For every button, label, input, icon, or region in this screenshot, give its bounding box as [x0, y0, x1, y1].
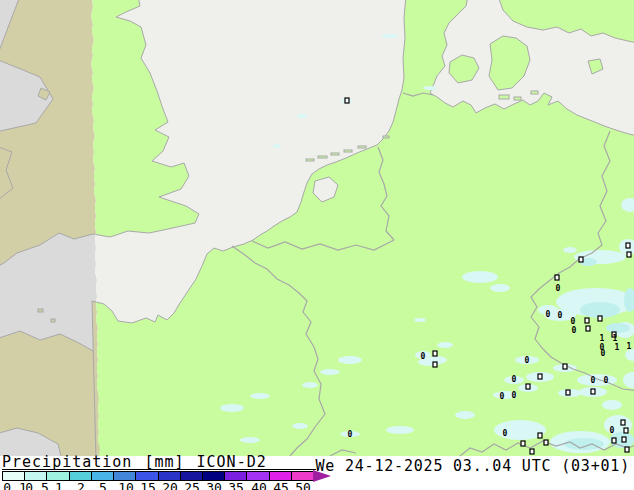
precip-patch	[273, 144, 281, 148]
legend-model-label: ICON-D2	[197, 456, 267, 469]
colorbar-tick-label: 35	[228, 480, 244, 490]
colorbar-tick-label: 0.5	[25, 480, 48, 490]
colorbar-cell	[135, 472, 157, 480]
colorbar-tick-label: 0.1	[3, 480, 26, 490]
legend-unit-label: [mm]	[144, 456, 184, 469]
precip-value-symbol: 0	[591, 376, 596, 385]
precip-value-symbol: 1	[613, 334, 618, 343]
colorbar-tick-label: 45	[273, 480, 289, 490]
precip-value-symbol: 1	[600, 334, 605, 343]
precip-patch	[414, 318, 426, 322]
colorbar-cell	[91, 472, 113, 480]
precip-square-symbol	[621, 420, 625, 425]
precip-patch	[490, 284, 510, 292]
precip-value-symbol: 0	[610, 426, 615, 435]
precip-value-symbol: 0	[512, 375, 517, 384]
precip-patch	[602, 400, 622, 410]
precip-value-symbol: 0	[512, 391, 517, 400]
precip-square-symbol	[626, 243, 630, 248]
colorbar-cell	[202, 472, 224, 480]
colorbar-tick-label: 10	[118, 480, 134, 490]
precip-value-symbol: 1	[627, 342, 632, 351]
precip-square-symbol	[612, 438, 616, 443]
weather-map-screen: 000001110100000000000 Precipitation [mm]…	[0, 0, 634, 490]
colorbar-tick-label: 20	[162, 480, 178, 490]
precip-square-symbol	[625, 447, 629, 452]
precip-patch	[302, 382, 318, 388]
colorbar-cell	[69, 472, 91, 480]
precip-square-symbol	[538, 374, 542, 379]
precip-value-symbol: 0	[556, 284, 561, 293]
precip-patch	[564, 438, 604, 450]
colorbar-cell	[291, 472, 313, 480]
colorbar-cell	[46, 472, 68, 480]
colorbar-tick-labels: 0.10.5125101520253035404550	[2, 480, 322, 490]
precip-square-symbol	[538, 433, 542, 438]
colorbar-cell	[180, 472, 202, 480]
precip-patch	[240, 437, 260, 443]
precip-value-symbol: 0	[525, 356, 530, 365]
colorbar-tick-label: 5	[99, 480, 107, 490]
precip-square-symbol	[345, 98, 349, 103]
precip-patch	[292, 423, 308, 429]
precip-value-symbol: 0	[421, 352, 426, 361]
colorbar-tick-label: 40	[251, 480, 267, 490]
colorbar-tick-label: 15	[140, 480, 156, 490]
precip-patch	[386, 426, 414, 434]
colorbar-tick-label: 25	[184, 480, 200, 490]
precip-value-symbol: 0	[571, 317, 576, 326]
precip-square-symbol	[544, 440, 548, 445]
precip-patch	[423, 86, 437, 90]
precip-square-symbol	[598, 316, 602, 321]
precip-square-symbol	[622, 437, 626, 442]
precip-square-symbol	[526, 384, 530, 389]
colorbar-cell	[158, 472, 180, 480]
precip-value-symbol: 0	[601, 349, 606, 358]
precip-patch	[220, 404, 244, 412]
precip-square-symbol	[521, 441, 525, 446]
precip-square-symbol	[555, 275, 559, 280]
weather-map: 000001110100000000000	[0, 0, 634, 456]
precip-value-symbol: 0	[558, 311, 563, 320]
precip-patch	[338, 356, 362, 364]
colorbar-cell	[113, 472, 135, 480]
precip-patch	[563, 247, 577, 253]
precip-value-symbol: 0	[546, 310, 551, 319]
colorbar-tick-label: 2	[77, 480, 85, 490]
colorbar-tick-label: 50	[295, 480, 311, 490]
precip-patch	[320, 369, 340, 375]
precip-square-symbol	[563, 364, 567, 369]
precip-square-symbol	[586, 326, 590, 331]
legend-parameter-label: Precipitation	[2, 456, 132, 469]
precip-patch	[297, 114, 307, 118]
precip-patch	[250, 393, 270, 399]
precip-patch	[455, 411, 475, 419]
precip-patch	[437, 342, 453, 348]
precip-square-symbol	[579, 257, 583, 262]
precip-value-symbol: 0	[348, 430, 353, 439]
colorbar-cell	[3, 472, 24, 480]
precip-patch	[606, 323, 630, 333]
colorbar-cell	[246, 472, 268, 480]
precip-square-symbol	[585, 318, 589, 323]
colorbar-tick-label: 1	[55, 480, 63, 490]
colorbar-cell	[269, 472, 291, 480]
precip-square-symbol	[624, 428, 628, 433]
precip-value-symbol: 0	[604, 376, 609, 385]
precip-square-symbol	[530, 449, 534, 454]
precip-value-symbol: 0	[503, 429, 508, 438]
colorbar-tick-label: 30	[206, 480, 222, 490]
precip-square-symbol	[433, 362, 437, 367]
colorbar-cell	[24, 472, 46, 480]
legend-timestamp: We 24-12-2025 03..04 UTC (03+01)	[315, 457, 630, 475]
precip-value-symbol: 0	[500, 392, 505, 401]
legend: Precipitation [mm] ICON-D2 We 24-12-2025…	[0, 456, 634, 490]
precip-square-symbol	[433, 351, 437, 356]
colorbar-cell	[224, 472, 246, 480]
precip-square-symbol	[591, 389, 595, 394]
precip-patch	[462, 271, 498, 283]
legend-title: Precipitation [mm] ICON-D2	[2, 456, 316, 470]
precip-value-symbol: 1	[615, 343, 620, 352]
precip-square-symbol	[627, 252, 631, 257]
precip-value-symbol: 0	[572, 326, 577, 335]
